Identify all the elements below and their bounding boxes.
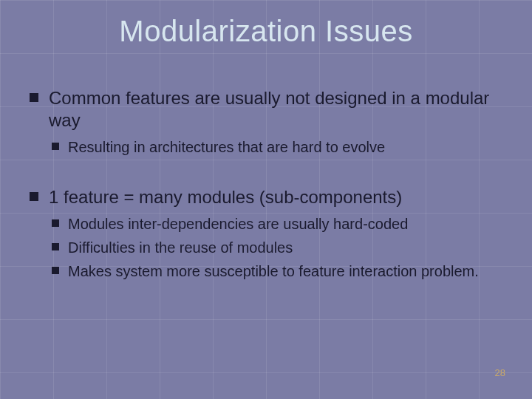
bullet-level2: Modules inter-dependencies are usually h… — [52, 214, 502, 233]
bullet-level1: Common features are usually not designed… — [30, 87, 502, 132]
bullet-text: Difficulties in the reuse of modules — [68, 239, 293, 256]
bullet-text: Resulting in architectures that are hard… — [68, 139, 385, 155]
slide-title: Modularization Issues — [0, 15, 532, 48]
page-number: 28 — [495, 367, 505, 378]
bullet-level2: Resulting in architectures that are hard… — [52, 137, 502, 157]
bullet-level1: 1 feature = many modules (sub-components… — [30, 186, 502, 208]
bullet-level2: Difficulties in the reuse of modules — [52, 238, 502, 257]
bullet-text: Modules inter-dependencies are usually h… — [68, 216, 408, 232]
slide: Modularization Issues Common features ar… — [0, 0, 532, 399]
bullet-level2: Makes system more susceptible to feature… — [52, 262, 502, 281]
bullet-text: Common features are usually not designed… — [49, 88, 489, 130]
bullet-text: Makes system more susceptible to feature… — [68, 263, 479, 279]
bullet-text: 1 feature = many modules (sub-components… — [49, 187, 402, 207]
spacer — [30, 161, 502, 186]
slide-content: Common features are usually not designed… — [30, 87, 502, 285]
